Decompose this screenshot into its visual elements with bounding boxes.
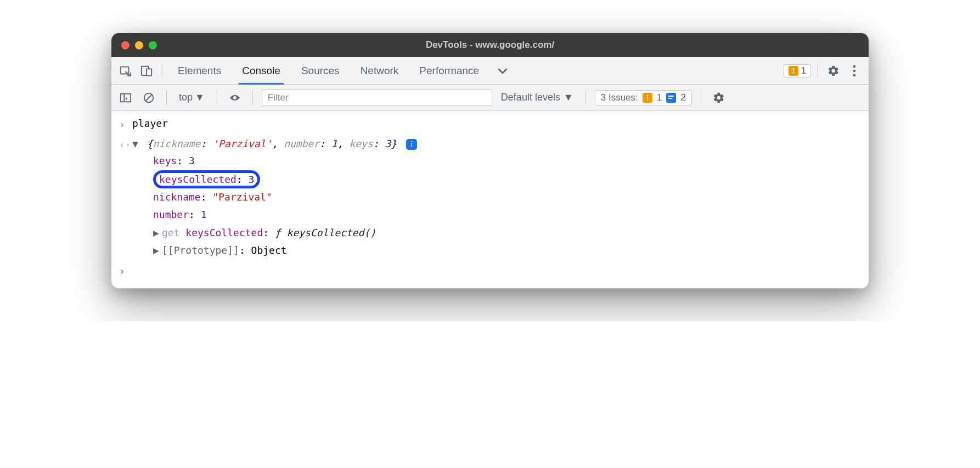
divider: [701, 91, 701, 105]
object-summary[interactable]: ▼ {nickname: 'Parzival', number: 1, keys…: [132, 136, 861, 153]
output-chevron-icon: ‹·: [119, 136, 132, 154]
chevron-down-icon: ▼: [195, 92, 205, 103]
panel-tabs: Elements Console Sources Network Perform…: [111, 57, 869, 85]
info-icon: [666, 93, 676, 103]
tab-performance[interactable]: Performance: [410, 57, 488, 84]
tab-label: Network: [361, 65, 399, 77]
property-row[interactable]: number: 1: [153, 206, 861, 224]
toggle-sidebar-icon[interactable]: [117, 89, 134, 107]
more-tabs-button[interactable]: [491, 67, 514, 75]
divider: [217, 91, 217, 105]
svg-rect-2: [147, 69, 151, 76]
property-row-highlighted[interactable]: keysCollected: 3: [153, 170, 861, 188]
svg-rect-9: [668, 98, 672, 99]
tab-console[interactable]: Console: [233, 57, 289, 84]
highlight-annotation: keysCollected: 3: [153, 170, 260, 188]
property-row[interactable]: nickname: "Parzival": [153, 188, 861, 206]
property-row[interactable]: keys: 3: [153, 152, 861, 170]
warning-icon: !: [788, 66, 798, 76]
window-title: DevTools - www.google.com/: [111, 40, 869, 51]
filter-input[interactable]: [262, 90, 492, 106]
svg-rect-8: [668, 96, 674, 97]
console-toolbar: top ▼ Default levels ▼ 3 Issues: ! 1 2: [111, 85, 869, 111]
divider: [818, 64, 818, 78]
log-levels-selector[interactable]: Default levels ▼: [498, 92, 577, 103]
disclosure-closed-icon[interactable]: ▶: [153, 224, 161, 242]
console-output-row: ‹· ▼ {nickname: 'Parzival', number: 1, k…: [111, 135, 869, 261]
value-info-icon[interactable]: i: [406, 139, 417, 150]
titlebar: DevTools - www.google.com/: [111, 33, 869, 57]
tab-network[interactable]: Network: [352, 57, 408, 84]
window-controls: [111, 41, 157, 49]
input-chevron-icon: ›: [119, 115, 132, 133]
console-input-row: › player: [111, 114, 869, 135]
divider: [585, 91, 586, 105]
devtools-window: DevTools - www.google.com/ Elements Cons…: [111, 33, 869, 288]
context-label: top: [179, 92, 193, 103]
divider: [166, 91, 167, 105]
svg-point-3: [853, 65, 856, 68]
tab-sources[interactable]: Sources: [292, 57, 348, 84]
context-selector[interactable]: top ▼: [176, 92, 208, 103]
warning-icon: !: [643, 93, 652, 103]
issues-label: 3 Issues:: [601, 92, 638, 103]
divider: [162, 64, 162, 78]
property-row-prototype[interactable]: ▶[[Prototype]]: Object: [153, 242, 861, 259]
prompt-chevron-icon: ›: [119, 262, 132, 280]
tab-label: Console: [242, 65, 280, 77]
svg-point-4: [853, 69, 856, 72]
svg-point-5: [853, 74, 856, 76]
console-prompt-row[interactable]: ›: [111, 261, 869, 281]
issues-info-count: 2: [680, 92, 685, 103]
minimize-window-button[interactable]: [135, 41, 143, 49]
disclosure-open-icon[interactable]: ▼: [132, 136, 140, 153]
tab-label: Elements: [178, 65, 221, 77]
tab-label: Performance: [419, 65, 479, 77]
tab-elements[interactable]: Elements: [169, 57, 230, 84]
warnings-count: 1: [801, 66, 806, 76]
warnings-badge[interactable]: ! 1: [784, 64, 811, 77]
levels-label: Default levels: [501, 92, 560, 103]
disclosure-closed-icon[interactable]: ▶: [153, 242, 161, 259]
property-row-getter[interactable]: ▶get keysCollected: ƒ keysCollected(): [153, 224, 861, 242]
issues-badge[interactable]: 3 Issues: ! 1 2: [595, 90, 692, 105]
console-input-text: player: [132, 115, 861, 132]
chevron-down-icon: ▼: [564, 92, 573, 103]
console-settings-icon[interactable]: [710, 89, 728, 107]
inspect-element-icon[interactable]: [117, 62, 134, 80]
console-body: › player ‹· ▼ {nickname: 'Parzival', num…: [111, 111, 869, 288]
divider: [252, 91, 253, 105]
kebab-menu-icon[interactable]: [846, 62, 863, 80]
settings-icon[interactable]: [825, 62, 842, 80]
live-expression-icon[interactable]: [226, 89, 244, 107]
tab-label: Sources: [301, 65, 340, 77]
clear-console-icon[interactable]: [140, 89, 157, 107]
close-window-button[interactable]: [121, 41, 129, 49]
toggle-device-toolbar-icon[interactable]: [138, 62, 155, 80]
object-properties: keys: 3 keysCollected: 3 nickname: "Parz…: [132, 152, 861, 259]
maximize-window-button[interactable]: [149, 41, 157, 49]
issues-warn-count: 1: [657, 92, 662, 103]
